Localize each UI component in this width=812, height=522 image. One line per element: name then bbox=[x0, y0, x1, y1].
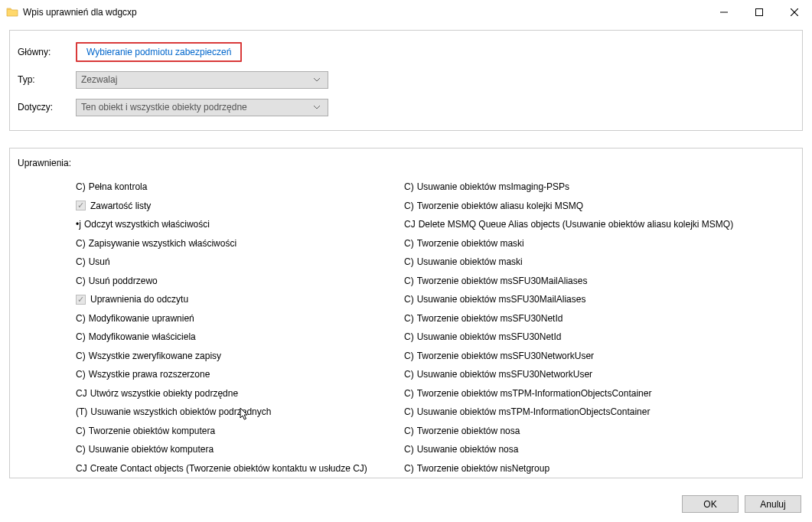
permission-prefix: C) bbox=[76, 331, 86, 342]
maximize-button[interactable] bbox=[742, 0, 777, 24]
permission-prefix: C) bbox=[404, 388, 414, 399]
principal-label: Główny: bbox=[18, 47, 76, 57]
permissions-header: Uprawnienia: bbox=[18, 158, 794, 168]
type-dropdown[interactable]: Zezwalaj bbox=[76, 71, 328, 89]
ok-button[interactable]: OK bbox=[682, 495, 739, 513]
permission-label: Wszystkie prawa rozszerzone bbox=[89, 369, 210, 380]
permission-label: Tworzenie obiektów nisNetgroup bbox=[417, 463, 549, 474]
permission-label: Tworzenie obiektów msSFU30NetworkUser bbox=[417, 351, 594, 361]
permission-label: Create Contact objects (Tworzenie obiekt… bbox=[90, 463, 367, 474]
permission-item[interactable]: C)Pełna kontrola bbox=[76, 178, 404, 197]
permission-item[interactable]: •jOdczyt wszystkich właściwości bbox=[76, 215, 404, 234]
permission-item[interactable]: C)Tworzenie obiektów nosa bbox=[404, 422, 733, 441]
permission-prefix: C) bbox=[404, 406, 414, 417]
permission-label: Delete MSMQ Queue Alias objects (Usuwani… bbox=[419, 219, 734, 230]
permission-label: Usuwanie obiektów msImaging-PSPs bbox=[417, 181, 569, 192]
permission-prefix: C) bbox=[404, 181, 414, 192]
permission-item[interactable]: C)Usuwanie obiektów msSFU30NetId bbox=[404, 328, 733, 347]
permission-item[interactable]: C)Usuwanie obiektów maski bbox=[404, 253, 733, 272]
permission-item[interactable]: CJUtwórz wszystkie obiekty podrzędne bbox=[76, 384, 404, 403]
permission-label: Zapisywanie wszystkich właściwości bbox=[89, 238, 236, 249]
permission-label: Usuwanie wszystkich obiektów podrzędnych bbox=[90, 406, 271, 417]
permission-item[interactable]: C)Modyfikowanie właściciela bbox=[76, 328, 404, 347]
permission-item[interactable]: C)Usuwanie obiektów msImaging-PSPs bbox=[404, 178, 733, 197]
applies-value: Ten obiekt i wszystkie obiekty podrzędne bbox=[81, 102, 311, 113]
permission-prefix: C) bbox=[404, 313, 414, 324]
select-principal-link[interactable]: Wybieranie podmiotu zabezpieczeń bbox=[80, 44, 237, 60]
permission-item[interactable]: C)Usuń poddrzewo bbox=[76, 272, 404, 291]
permissions-right-column: C)Usuwanie obiektów msImaging-PSPsC)Twor… bbox=[404, 178, 733, 478]
permission-item[interactable]: C)Modyfikowanie uprawnień bbox=[76, 309, 404, 328]
permission-label: Wszystkie zweryfikowane zapisy bbox=[89, 351, 221, 361]
permission-label: Usuń poddrzewo bbox=[89, 276, 158, 286]
permission-item[interactable]: ✓Uprawnienia do odczytu bbox=[76, 290, 404, 309]
permission-prefix: C) bbox=[76, 369, 86, 380]
permission-prefix: C) bbox=[76, 426, 86, 436]
permission-item[interactable]: CJDelete MSMQ Queue Alias objects (Usuwa… bbox=[404, 215, 733, 234]
applies-label: Dotyczy: bbox=[18, 102, 76, 113]
permissions-group: Uprawnienia: C)Pełna kontrola✓Zawartość … bbox=[9, 148, 803, 478]
principal-highlight: Wybieranie podmiotu zabezpieczeń bbox=[76, 42, 242, 62]
permission-prefix: C) bbox=[76, 276, 86, 286]
titlebar: Wpis uprawnień dla wdgcxp bbox=[0, 0, 812, 24]
permission-label: Usuwanie obiektów msSFU30MailAliases bbox=[417, 294, 586, 305]
permission-prefix: •j bbox=[76, 219, 81, 230]
permission-label: Pełna kontrola bbox=[89, 181, 148, 192]
permission-prefix: C) bbox=[76, 181, 86, 192]
permission-prefix: CJ bbox=[76, 388, 87, 399]
permission-label: Usuwanie obiektów msTPM-InformationObjec… bbox=[417, 406, 651, 417]
permission-item[interactable]: C)Usuwanie obiektów msTPM-InformationObj… bbox=[404, 403, 733, 422]
permission-label: Uprawnienia do odczytu bbox=[90, 294, 188, 305]
permission-item[interactable]: C)Tworzenie obiektów komputera bbox=[76, 422, 404, 441]
permissions-left-column: C)Pełna kontrola✓Zawartość listy•jOdczyt… bbox=[18, 178, 404, 478]
permission-item[interactable]: C)Zapisywanie wszystkich właściwości bbox=[76, 234, 404, 253]
permission-prefix: C) bbox=[76, 444, 86, 455]
permission-item[interactable]: C)Tworzenie obiektów msSFU30NetworkUser bbox=[404, 347, 733, 366]
permission-label: Utwórz wszystkie obiekty podrzędne bbox=[90, 388, 238, 399]
permission-prefix: C) bbox=[404, 294, 414, 305]
permission-prefix: C) bbox=[404, 369, 414, 380]
permission-item[interactable]: C)Usuwanie obiektów komputera bbox=[76, 440, 404, 459]
permission-prefix: C) bbox=[404, 351, 414, 361]
svg-rect-1 bbox=[756, 8, 763, 15]
permission-label: Tworzenie obiektów maski bbox=[417, 238, 524, 249]
permission-item[interactable]: C)Usuwanie obiektów msSFU30NetworkUser bbox=[404, 365, 733, 384]
permission-item[interactable]: C)Wszystkie prawa rozszerzone bbox=[76, 365, 404, 384]
permission-prefix: C) bbox=[404, 276, 414, 286]
permission-label: Tworzenie obiektów msSFU30MailAliases bbox=[417, 276, 588, 286]
permission-prefix: C) bbox=[404, 201, 414, 211]
permission-checkbox: ✓ bbox=[76, 201, 86, 210]
minimize-button[interactable] bbox=[706, 0, 742, 24]
permission-item[interactable]: CJCreate Contact objects (Tworzenie obie… bbox=[76, 459, 404, 478]
principal-group: Główny: Wybieranie podmiotu zabezpieczeń… bbox=[9, 30, 803, 131]
permission-label: Usuwanie obiektów maski bbox=[417, 256, 523, 267]
permission-label: Usuń bbox=[89, 256, 110, 267]
permission-item[interactable]: C)Tworzenie obiektów aliasu kolejki MSMQ bbox=[404, 197, 733, 216]
permission-prefix: C) bbox=[76, 238, 86, 249]
permission-item[interactable]: C)Tworzenie obiektów msTPM-InformationOb… bbox=[404, 384, 733, 403]
permission-item[interactable]: C)Usuwanie obiektów msSFU30MailAliases bbox=[404, 290, 733, 309]
permission-label: Tworzenie obiektów msSFU30NetId bbox=[417, 313, 563, 324]
permission-item[interactable]: C)Tworzenie obiektów nisNetgroup bbox=[404, 459, 733, 478]
permission-item[interactable]: ✓Zawartość listy bbox=[76, 197, 404, 216]
permission-item[interactable]: C)Usuwanie obiektów nosa bbox=[404, 440, 733, 459]
permission-label: Modyfikowanie uprawnień bbox=[89, 313, 194, 324]
permission-label: Usuwanie obiektów nosa bbox=[417, 444, 519, 455]
permission-item[interactable]: C)Tworzenie obiektów msSFU30MailAliases bbox=[404, 272, 733, 291]
permission-item[interactable]: C)Usuń bbox=[76, 253, 404, 272]
permission-prefix: C) bbox=[404, 444, 414, 455]
applies-dropdown[interactable]: Ten obiekt i wszystkie obiekty podrzędne bbox=[76, 99, 328, 116]
permission-item[interactable]: C)Tworzenie obiektów maski bbox=[404, 234, 733, 253]
permission-label: Odczyt wszystkich właściwości bbox=[84, 219, 210, 230]
permission-label: Usuwanie obiektów msSFU30NetId bbox=[417, 331, 562, 342]
permission-item[interactable]: C)Wszystkie zweryfikowane zapisy bbox=[76, 347, 404, 366]
permission-item[interactable]: C)Tworzenie obiektów msSFU30NetId bbox=[404, 309, 733, 328]
cancel-button[interactable]: Anuluj bbox=[745, 495, 801, 513]
close-button[interactable] bbox=[777, 0, 812, 24]
type-value: Zezwalaj bbox=[81, 74, 311, 85]
permission-item[interactable]: (T)Usuwanie wszystkich obiektów podrzędn… bbox=[76, 403, 404, 422]
permission-prefix: C) bbox=[404, 238, 414, 249]
permission-prefix: C) bbox=[76, 313, 86, 324]
folder-icon bbox=[6, 6, 18, 18]
permission-label: Tworzenie obiektów aliasu kolejki MSMQ bbox=[417, 201, 583, 211]
